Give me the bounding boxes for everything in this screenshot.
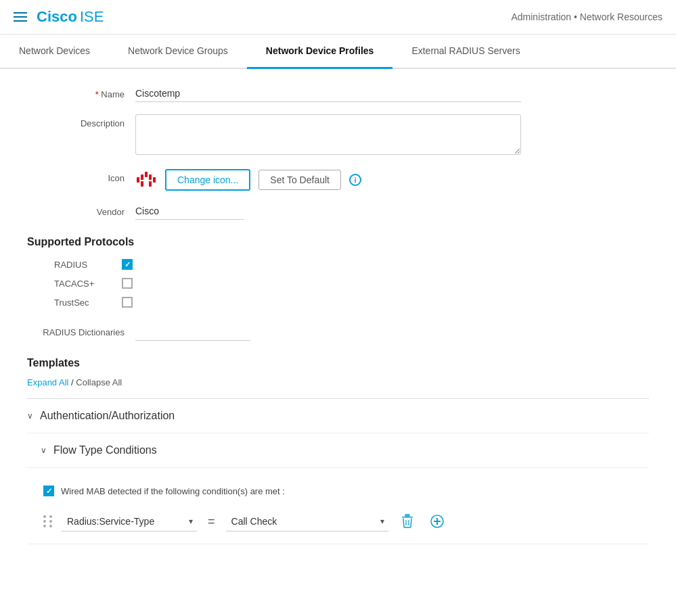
flow-type-label: Flow Type Conditions xyxy=(53,444,157,456)
wired-mab-label: Wired MAB detected if the following cond… xyxy=(61,486,285,496)
collapse-all-link[interactable]: Collapse All xyxy=(76,377,122,387)
icon-label: Icon xyxy=(27,169,135,183)
condition-row: Radius:Service-Type Radius:NAS-Port-Type… xyxy=(43,502,649,536)
tab-network-device-groups[interactable]: Network Device Groups xyxy=(109,34,247,69)
tab-network-device-profiles[interactable]: Network Device Profiles xyxy=(247,34,393,69)
svg-rect-5 xyxy=(141,181,143,187)
wired-mab-checkbox[interactable] xyxy=(43,485,54,496)
logo-ise: ISE xyxy=(80,8,104,26)
name-row: Name xyxy=(27,85,649,102)
supported-protocols-heading: Supported Protocols xyxy=(27,236,649,248)
add-condition-button[interactable] xyxy=(426,511,448,532)
plus-icon xyxy=(430,515,444,528)
wired-mab-row: Wired MAB detected if the following cond… xyxy=(43,476,649,502)
tab-network-devices[interactable]: Network Devices xyxy=(0,34,109,69)
tacacs-checkbox[interactable] xyxy=(122,278,133,289)
right-select-wrapper: Call Check Framed Login Administrative xyxy=(226,512,388,531)
change-icon-button[interactable]: Change icon... xyxy=(165,169,250,191)
svg-rect-6 xyxy=(149,181,152,187)
svg-rect-3 xyxy=(137,177,139,183)
vendor-label: Vendor xyxy=(27,203,135,217)
left-select-wrapper: Radius:Service-Type Radius:NAS-Port-Type… xyxy=(62,512,197,531)
radius-dictionaries-row: RADIUS Dictionaries xyxy=(27,324,649,341)
svg-rect-1 xyxy=(141,174,143,180)
condition-left-select[interactable]: Radius:Service-Type Radius:NAS-Port-Type… xyxy=(62,512,197,531)
vendor-row: Vendor xyxy=(27,203,649,220)
flow-type-chevron-icon: ∨ xyxy=(41,446,47,455)
logo: Cisco ISE xyxy=(37,8,104,26)
expand-all-link[interactable]: Expand All xyxy=(27,377,68,387)
icon-row: Icon Change icon... Set To Default i xyxy=(27,169,649,191)
flow-type-accordion: ∨ Flow Type Conditions Wired MAB detecte… xyxy=(27,433,649,544)
trustsec-label: TrustSec xyxy=(54,298,122,308)
radius-checkbox[interactable] xyxy=(122,259,133,270)
svg-rect-7 xyxy=(405,515,409,516)
radius-row: RADIUS xyxy=(27,259,649,270)
name-input[interactable] xyxy=(135,85,521,102)
svg-rect-2 xyxy=(149,174,152,180)
flow-type-accordion-header[interactable]: ∨ Flow Type Conditions xyxy=(27,433,649,468)
trash-icon xyxy=(401,514,414,529)
tab-external-radius-servers[interactable]: External RADIUS Servers xyxy=(392,34,539,69)
auth-authz-label: Authentication/Authorization xyxy=(40,410,175,422)
radius-dictionaries-label: RADIUS Dictionaries xyxy=(27,327,135,337)
svg-rect-8 xyxy=(402,517,413,518)
header: Cisco ISE Administration • Network Resou… xyxy=(0,0,676,34)
expand-collapse-row: Expand All / Collapse All xyxy=(27,377,649,387)
radius-label: RADIUS xyxy=(54,260,122,270)
drag-handle-icon[interactable] xyxy=(43,515,53,527)
nav-tabs: Network Devices Network Device Groups Ne… xyxy=(0,34,676,69)
auth-authz-chevron-icon: ∨ xyxy=(27,411,33,421)
flow-type-body: Wired MAB detected if the following cond… xyxy=(27,468,649,544)
templates-heading: Templates xyxy=(27,357,649,369)
accordion: ∨ Authentication/Authorization ∨ Flow Ty… xyxy=(27,398,649,544)
svg-rect-0 xyxy=(145,172,148,177)
separator: / xyxy=(68,377,76,387)
description-row: Description xyxy=(27,114,649,157)
tacacs-label: TACACS+ xyxy=(54,279,122,289)
delete-condition-button[interactable] xyxy=(397,510,418,533)
auth-authz-accordion-header[interactable]: ∨ Authentication/Authorization xyxy=(27,399,649,433)
hamburger-menu[interactable] xyxy=(14,12,27,22)
breadcrumb: Administration • Network Resources xyxy=(511,11,662,22)
description-input[interactable] xyxy=(135,114,521,155)
vendor-input[interactable] xyxy=(135,203,244,220)
condition-right-select[interactable]: Call Check Framed Login Administrative xyxy=(226,512,388,531)
svg-rect-4 xyxy=(153,177,156,183)
description-label: Description xyxy=(27,114,135,128)
trustsec-row: TrustSec xyxy=(27,297,649,308)
info-icon[interactable]: i xyxy=(349,174,361,186)
set-to-default-button[interactable]: Set To Default xyxy=(258,170,341,190)
logo-cisco: Cisco xyxy=(37,8,77,26)
main-content: Name Description Icon xyxy=(0,69,676,571)
operator-equals: = xyxy=(205,515,218,529)
tacacs-row: TACACS+ xyxy=(27,278,649,289)
radius-dictionaries-input[interactable] xyxy=(135,324,250,341)
name-label: Name xyxy=(27,85,135,99)
cisco-brand-icon xyxy=(135,172,157,188)
trustsec-checkbox[interactable] xyxy=(122,297,133,308)
